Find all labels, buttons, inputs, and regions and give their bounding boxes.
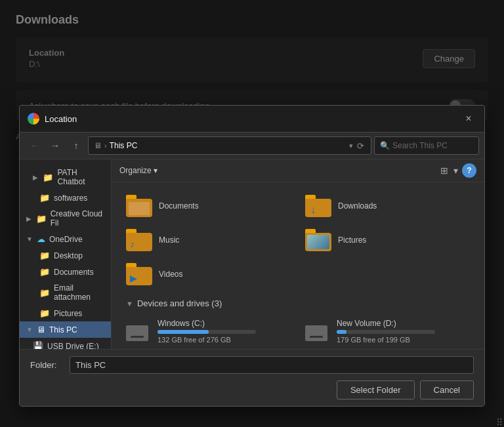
sidebar-label: Creative Cloud Fil [51, 209, 104, 228]
folder-icon-pictures [305, 229, 331, 251]
drive-icon-d [305, 321, 330, 341]
file-item-downloads[interactable]: ↓ Downloads [299, 190, 476, 222]
organize-button[interactable]: Organize ▾ [119, 166, 158, 175]
folder-icon: 📁 [39, 193, 50, 203]
sidebar-label: Pictures [54, 309, 82, 318]
sidebar-item-desktop[interactable]: 📁 Desktop [20, 247, 111, 264]
sidebar-label: OneDrive [49, 235, 83, 244]
sidebar-item-pictures[interactable]: 📁 Pictures [20, 305, 111, 321]
sidebar-item-this-pc[interactable]: ▼ 🖥 This PC [20, 321, 111, 338]
expand-arrow: ▶ [33, 174, 39, 181]
cancel-button[interactable]: Cancel [420, 380, 474, 399]
folder-name: Videos [159, 270, 182, 279]
select-folder-button[interactable]: Select Folder [337, 380, 415, 399]
view-icons: ⊞ ▾ ? [439, 163, 476, 178]
pc-icon: 🖥 [37, 325, 45, 335]
drive-info-d: New Volume (D:) 179 GB free of 199 GB [337, 319, 470, 344]
sidebar-label: softwares [54, 193, 87, 203]
resize-handle[interactable]: ⠿ [495, 418, 504, 427]
folder-icon-music: ♪ [126, 229, 152, 251]
footer-buttons: Select Folder Cancel [30, 380, 474, 399]
sidebar-label: This PC [49, 325, 77, 335]
folder-name: Downloads [338, 201, 377, 211]
folder-input[interactable] [70, 356, 474, 374]
drive-icon-c [126, 321, 151, 341]
back-button[interactable]: ← [25, 136, 43, 155]
dialog-title-text: Location [45, 114, 77, 124]
address-chevron: ▾ [349, 142, 353, 150]
sidebar-item-softwares[interactable]: 📁 softwares [20, 190, 111, 206]
folder-name: Music [159, 235, 179, 245]
main-content: Organize ▾ ⊞ ▾ ? [112, 159, 484, 349]
folder-name: Documents [159, 201, 199, 211]
drive-free-c: 132 GB free of 276 GB [158, 336, 291, 344]
cloud-icon: 📁 [36, 214, 47, 224]
search-box[interactable]: 🔍 Search This PC [374, 136, 479, 155]
help-button[interactable]: ? [462, 163, 476, 178]
devices-header-text: Devices and drives (3) [137, 298, 222, 308]
file-item-documents[interactable]: Documents [119, 190, 297, 222]
dialog-body: ▶ 📁 PATH Chatbot 📁 softwares ▶ 📁 Creativ… [20, 159, 484, 349]
expand-arrow: ▼ [26, 326, 33, 333]
drive-name-d: New Volume (D:) [337, 319, 470, 328]
dialog-titlebar: Location × [20, 106, 484, 132]
sidebar-label: Desktop [54, 251, 83, 260]
refresh-icon[interactable]: ⟳ [356, 140, 366, 152]
folder-icon: 📁 [43, 173, 53, 182]
folder-icon-downloads: ↓ [305, 195, 331, 217]
devices-section-header[interactable]: ▼ Devices and drives (3) [119, 292, 476, 312]
chrome-icon [28, 113, 39, 125]
sidebar: ▶ 📁 PATH Chatbot 📁 softwares ▶ 📁 Creativ… [20, 159, 112, 349]
sidebar-label: PATH Chatbot [57, 168, 104, 186]
sidebar-item-creative-cloud[interactable]: ▶ 📁 Creative Cloud Fil [20, 206, 111, 231]
folder-icon: 📁 [39, 308, 50, 318]
view-details-button[interactable]: ⊞ [439, 164, 450, 177]
dialog-title-left: Location [28, 113, 77, 125]
search-icon: 🔍 [380, 141, 390, 150]
dialog-footer: Folder: Select Folder Cancel [20, 349, 484, 406]
folder-label: Folder: [30, 360, 63, 370]
expand-arrow: ▼ [26, 235, 33, 243]
modal-overlay: Location × ← → ↑ 🖥 › This PC ▾ ⟳ 🔍 Searc… [0, 0, 504, 427]
drive-fill-c [158, 330, 209, 334]
folder-row: Folder: [30, 356, 474, 374]
folder-icon: 📁 [39, 251, 50, 260]
content-area: Documents ↓ Downloads [119, 190, 476, 349]
drive-item-windows[interactable]: Windows (C:) 132 GB free of 276 GB [119, 314, 297, 349]
folder-name: Pictures [338, 235, 366, 245]
drive-bar-c [158, 330, 256, 334]
drive-fill-d [337, 330, 346, 334]
onedrive-icon: ☁ [37, 234, 45, 244]
folder-icon: 📁 [39, 267, 50, 277]
file-item-pictures[interactable]: Pictures [299, 224, 476, 256]
sidebar-item-documents[interactable]: 📁 Documents [20, 264, 111, 280]
address-path: This PC [110, 141, 346, 150]
organize-bar: Organize ▾ ⊞ ▾ ? [112, 159, 484, 182]
drive-free-d: 179 GB free of 199 GB [337, 336, 470, 344]
forward-button[interactable]: → [46, 136, 64, 155]
sidebar-item-onedrive[interactable]: ▼ ☁ OneDrive [20, 231, 111, 247]
file-item-videos[interactable]: ▶ Videos [119, 258, 297, 291]
sidebar-item-usb[interactable]: 💾 USB Drive (E:) [20, 338, 111, 349]
dialog-toolbar: ← → ↑ 🖥 › This PC ▾ ⟳ 🔍 Search This PC [20, 132, 484, 159]
view-chevron-button[interactable]: ▾ [452, 164, 459, 177]
file-item-music[interactable]: ♪ Music [119, 224, 297, 256]
folder-icon-videos: ▶ [126, 263, 152, 285]
drive-info-c: Windows (C:) 132 GB free of 276 GB [158, 319, 291, 344]
folder-icon: 📁 [39, 288, 50, 298]
drive-icon: 💾 [33, 341, 43, 349]
drive-name-c: Windows (C:) [158, 319, 291, 328]
sidebar-item-email[interactable]: 📁 Email attachmen [20, 280, 111, 305]
up-button[interactable]: ↑ [67, 136, 85, 155]
sidebar-item-path-chatbot[interactable]: ▶ 📁 PATH Chatbot [20, 165, 111, 190]
drive-bar-d [337, 330, 435, 334]
drive-item-d[interactable]: New Volume (D:) 179 GB free of 199 GB [299, 314, 476, 349]
expand-arrow: ▶ [26, 215, 32, 222]
address-bar[interactable]: 🖥 › This PC ▾ ⟳ [88, 136, 371, 155]
folder-icon-documents [126, 195, 152, 217]
sidebar-label: USB Drive (E:) [47, 342, 99, 350]
close-button[interactable]: × [461, 111, 476, 127]
search-placeholder: Search This PC [392, 141, 448, 150]
location-dialog: Location × ← → ↑ 🖥 › This PC ▾ ⟳ 🔍 Searc… [19, 105, 485, 407]
sidebar-label: Documents [54, 268, 94, 277]
